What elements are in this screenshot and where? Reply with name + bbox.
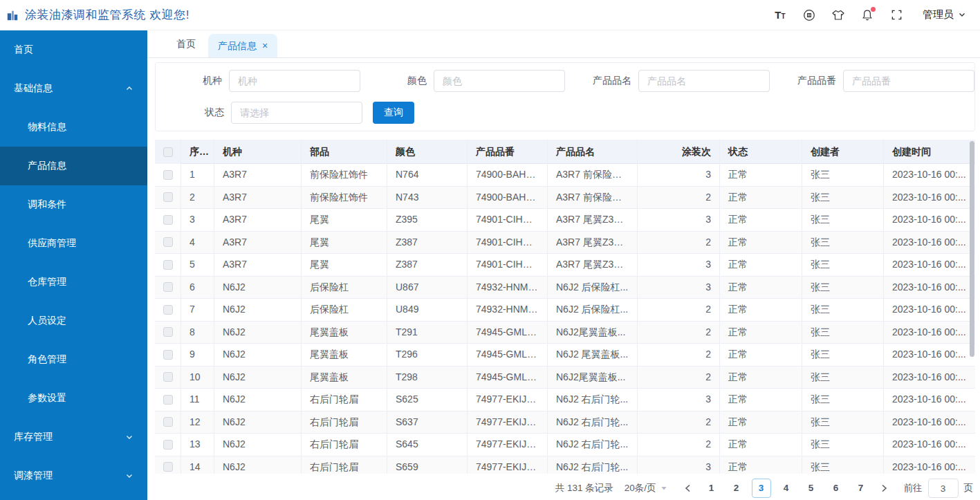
sidebar-item-物料信息[interactable]: 物料信息 bbox=[0, 108, 147, 147]
user-menu[interactable]: 管理员 bbox=[923, 8, 966, 21]
cell-产品品番: 74932-HNMP0... bbox=[468, 277, 548, 299]
tab-产品信息[interactable]: 产品信息× bbox=[208, 34, 277, 57]
sidebar-item-人员设定[interactable]: 人员设定 bbox=[0, 302, 147, 340]
sidebar-item-调和条件[interactable]: 调和条件 bbox=[0, 185, 147, 224]
cell-序号: 3 bbox=[181, 209, 214, 231]
row-checkbox[interactable] bbox=[163, 440, 173, 450]
goto-page-input[interactable] bbox=[928, 479, 959, 498]
theme-skin-icon[interactable] bbox=[831, 8, 845, 22]
sidebar-item-参数设置[interactable]: 参数设置 bbox=[0, 379, 147, 418]
table-row: 5A3R7尾翼Z38774901-CIHK00...A3R7 尾翼Z387...… bbox=[155, 254, 975, 277]
cell-状态: 正常 bbox=[720, 322, 802, 344]
page-button-2[interactable]: 2 bbox=[727, 479, 746, 498]
tab-label: 首页 bbox=[176, 38, 196, 49]
cell-状态: 正常 bbox=[720, 232, 802, 254]
cell-创建时间: 2023-10-16 00:... bbox=[884, 209, 975, 231]
tab-close-icon[interactable]: × bbox=[262, 41, 268, 50]
cell-涂装次: 2 bbox=[638, 187, 720, 209]
table-scrollbar[interactable] bbox=[970, 141, 974, 357]
product-name-input[interactable] bbox=[638, 70, 770, 92]
prev-page-button[interactable] bbox=[680, 479, 696, 498]
cell-颜色: T298 bbox=[387, 367, 468, 389]
page-button-3[interactable]: 3 bbox=[752, 479, 771, 498]
font-size-icon[interactable]: TT bbox=[773, 8, 787, 22]
cell-机种: A3R7 bbox=[214, 209, 302, 231]
row-checkbox[interactable] bbox=[163, 170, 173, 180]
row-checkbox-cell bbox=[155, 389, 181, 411]
cell-产品品番: 74977-EKIJM0... bbox=[468, 456, 548, 474]
tab-首页[interactable]: 首页 bbox=[164, 30, 208, 57]
row-checkbox[interactable] bbox=[163, 417, 173, 427]
column-header-创建时间: 创建时间 bbox=[884, 140, 975, 164]
user-name: 管理员 bbox=[923, 8, 954, 21]
notification-bell-icon[interactable] bbox=[860, 8, 874, 22]
sidebar-item-角色管理[interactable]: 角色管理 bbox=[0, 340, 147, 379]
fullscreen-icon[interactable] bbox=[889, 8, 903, 22]
cell-创建者: 张三 bbox=[802, 187, 884, 209]
sidebar-item-库存管理[interactable]: 库存管理 bbox=[0, 418, 147, 456]
row-checkbox[interactable] bbox=[163, 192, 173, 202]
cell-部品: 后保险杠 bbox=[302, 299, 387, 321]
table-body: 1A3R7前保险杠饰件N76474900-BAHG00...A3R7 前保险杠.… bbox=[155, 164, 975, 474]
sidebar-item-首页[interactable]: 首页 bbox=[0, 30, 147, 69]
row-checkbox[interactable] bbox=[163, 372, 173, 382]
cell-序号: 11 bbox=[181, 389, 214, 411]
cell-创建时间: 2023-10-16 00:... bbox=[884, 299, 975, 321]
page-button-5[interactable]: 5 bbox=[802, 479, 821, 498]
column-header-序号: 序号 bbox=[181, 140, 214, 164]
cell-创建时间: 2023-10-16 00:... bbox=[884, 456, 975, 474]
cell-创建时间: 2023-10-16 00:... bbox=[884, 232, 975, 254]
row-checkbox[interactable] bbox=[163, 260, 173, 270]
cell-涂装次: 2 bbox=[638, 367, 720, 389]
cell-产品品名: N6J2 右后门轮... bbox=[548, 434, 638, 456]
sidebar-item-调漆管理[interactable]: 调漆管理 bbox=[0, 456, 147, 495]
cell-状态: 正常 bbox=[720, 434, 802, 456]
row-checkbox[interactable] bbox=[163, 327, 173, 337]
sidebar-item-label: 产品信息 bbox=[28, 160, 66, 172]
select-all-checkbox[interactable] bbox=[163, 147, 173, 157]
status-label: 状态 bbox=[156, 107, 231, 119]
page-button-4[interactable]: 4 bbox=[777, 479, 796, 498]
sidebar-item-基础信息[interactable]: 基础信息 bbox=[0, 69, 147, 108]
page-button-1[interactable]: 1 bbox=[702, 479, 721, 498]
sidebar-item-供应商管理[interactable]: 供应商管理 bbox=[0, 224, 147, 263]
row-checkbox[interactable] bbox=[163, 305, 173, 315]
cell-创建者: 张三 bbox=[802, 232, 884, 254]
row-checkbox[interactable] bbox=[163, 282, 173, 292]
row-checkbox[interactable] bbox=[163, 350, 173, 360]
search-field-product-name: 产品品名 bbox=[565, 70, 770, 92]
cell-序号: 13 bbox=[181, 434, 214, 456]
sidebar-item-仓库管理[interactable]: 仓库管理 bbox=[0, 263, 147, 302]
pagination-total: 共 131 条记录 bbox=[555, 482, 613, 494]
row-checkbox[interactable] bbox=[163, 215, 173, 225]
product-name-label: 产品品名 bbox=[565, 75, 638, 87]
row-checkbox[interactable] bbox=[163, 237, 173, 247]
chevron-down-icon bbox=[125, 433, 133, 441]
tab-bar: 首页产品信息× bbox=[147, 30, 980, 58]
column-header-产品品番: 产品品番 bbox=[468, 140, 548, 164]
page-button-7[interactable]: 7 bbox=[851, 479, 871, 498]
color-input[interactable] bbox=[434, 70, 565, 92]
page-size-value: 20条/页 bbox=[625, 482, 656, 494]
row-checkbox[interactable] bbox=[163, 462, 173, 472]
row-checkbox-cell bbox=[155, 434, 181, 456]
cell-序号: 1 bbox=[181, 164, 214, 186]
cell-部品: 后保险杠 bbox=[302, 277, 387, 299]
page-size-select[interactable]: 20条/页 bbox=[625, 482, 667, 494]
cell-涂装次: 2 bbox=[638, 434, 720, 456]
cell-部品: 前保险杠饰件 bbox=[302, 164, 387, 186]
product-number-input[interactable] bbox=[843, 70, 974, 92]
cell-创建者: 张三 bbox=[802, 254, 884, 276]
row-checkbox-cell bbox=[155, 209, 181, 231]
locale-icon[interactable] bbox=[802, 8, 816, 22]
machine-model-input[interactable] bbox=[229, 70, 360, 92]
sidebar-item-产品信息[interactable]: 产品信息 bbox=[0, 147, 147, 185]
page-button-6[interactable]: 6 bbox=[826, 479, 846, 498]
next-page-button[interactable] bbox=[876, 479, 893, 498]
app-header: 涂装油漆调和监管系统 欢迎您! TT 管理员 bbox=[0, 0, 980, 30]
query-button[interactable]: 查询 bbox=[373, 102, 414, 124]
row-checkbox-cell bbox=[155, 411, 181, 434]
status-select[interactable] bbox=[231, 102, 362, 124]
row-checkbox[interactable] bbox=[163, 395, 173, 405]
row-checkbox-cell bbox=[155, 187, 181, 209]
